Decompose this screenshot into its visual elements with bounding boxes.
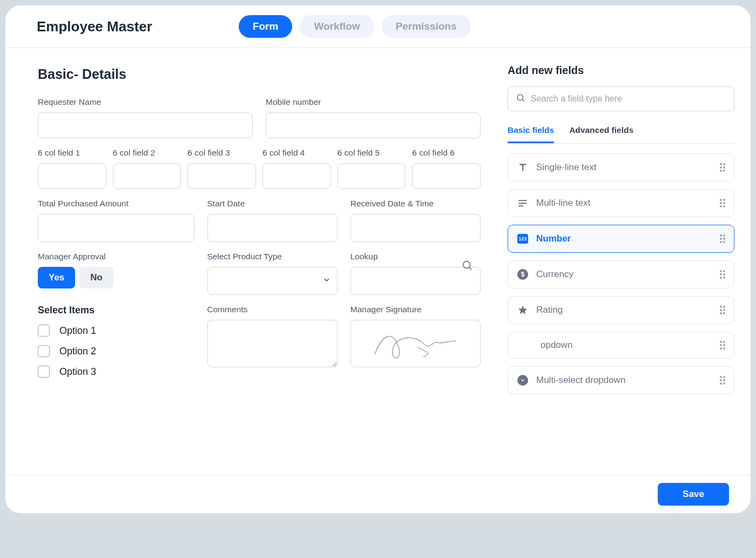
tab-workflow[interactable]: Workflow bbox=[300, 15, 374, 38]
field-type-label: Single-line text bbox=[536, 162, 712, 173]
signature-scribble-icon bbox=[369, 325, 461, 362]
field-type-currency[interactable]: $ Currency bbox=[508, 260, 734, 288]
drag-handle-icon bbox=[720, 199, 725, 207]
star-icon bbox=[517, 304, 529, 316]
label-mobile: Mobile number bbox=[266, 97, 481, 107]
checkbox-option-1[interactable] bbox=[38, 325, 50, 337]
field-type-number[interactable]: 123 Number bbox=[508, 225, 734, 253]
svg-rect-4 bbox=[519, 200, 527, 201]
search-icon bbox=[516, 93, 525, 105]
field-type-list: Single-line text Multi-line text 123 Num… bbox=[508, 153, 734, 394]
tab-permissions[interactable]: Permissions bbox=[382, 15, 471, 38]
label-6col-2: 6 col field 2 bbox=[113, 148, 181, 158]
input-start-date[interactable] bbox=[207, 214, 338, 242]
label-received-dt: Received Date & Time bbox=[350, 199, 481, 209]
drag-handle-icon bbox=[720, 306, 725, 314]
input-6col-4[interactable] bbox=[262, 163, 331, 189]
label-6col-1: 6 col field 1 bbox=[38, 148, 106, 158]
tab-form[interactable]: Form bbox=[239, 15, 293, 38]
checkbox-option-3[interactable] bbox=[38, 366, 50, 378]
input-6col-5[interactable] bbox=[338, 163, 406, 189]
option-3-label: Option 3 bbox=[59, 366, 96, 378]
currency-icon: $ bbox=[517, 268, 529, 280]
toggle-no[interactable]: No bbox=[79, 267, 113, 288]
label-product-type: Select Product Type bbox=[207, 252, 338, 261]
page-title: Employee Master bbox=[37, 18, 152, 35]
field-type-label: Multi-line text bbox=[536, 198, 712, 209]
chevron-circle-icon bbox=[517, 374, 529, 386]
search-icon bbox=[461, 259, 473, 273]
input-mobile[interactable] bbox=[266, 112, 481, 138]
option-1-label: Option 1 bbox=[59, 325, 96, 337]
field-type-multi-line[interactable]: Multi-line text bbox=[508, 189, 734, 217]
palette-tabs: Basic fields Advanced fields bbox=[508, 121, 734, 144]
drag-handle-icon bbox=[720, 234, 725, 243]
signature-pad[interactable] bbox=[350, 320, 481, 367]
textarea-comments[interactable] bbox=[207, 320, 338, 367]
main-tabs: Form Workflow Permissions bbox=[239, 15, 471, 38]
label-6col-5: 6 col field 5 bbox=[338, 148, 406, 158]
field-type-label: opdown bbox=[541, 340, 712, 351]
drag-handle-icon bbox=[720, 163, 725, 172]
checkbox-option-2[interactable] bbox=[38, 345, 50, 357]
svg-rect-6 bbox=[519, 205, 523, 206]
number-icon: 123 bbox=[517, 233, 529, 245]
topbar: Employee Master Form Workflow Permission… bbox=[5, 5, 751, 48]
label-requester-name: Requester Name bbox=[38, 97, 253, 107]
input-total-purchased[interactable] bbox=[38, 214, 194, 242]
label-6col-3: 6 col field 3 bbox=[187, 148, 256, 158]
label-comments: Comments bbox=[207, 305, 338, 314]
input-received-dt[interactable] bbox=[350, 214, 481, 242]
content: Basic- Details Requester Name Mobile num… bbox=[5, 48, 751, 475]
section-title: Basic- Details bbox=[38, 66, 481, 82]
option-2-label: Option 2 bbox=[59, 346, 96, 357]
save-button[interactable]: Save bbox=[658, 483, 729, 506]
palette-title: Add new fields bbox=[508, 64, 734, 77]
app-window: Employee Master Form Workflow Permission… bbox=[5, 5, 751, 513]
field-type-dropdown-partial[interactable]: opdown bbox=[508, 332, 734, 359]
field-type-rating[interactable]: Rating bbox=[508, 296, 734, 324]
input-6col-1[interactable] bbox=[38, 163, 106, 189]
svg-point-2 bbox=[517, 95, 523, 100]
select-items-title: Select Items bbox=[38, 305, 194, 316]
svg-marker-7 bbox=[518, 306, 528, 314]
toggle-yes[interactable]: Yes bbox=[38, 267, 75, 288]
svg-line-1 bbox=[469, 267, 471, 270]
label-total-purchased: Total Purchased Amount bbox=[38, 199, 194, 209]
drag-handle-icon bbox=[720, 341, 725, 349]
tab-basic-fields[interactable]: Basic fields bbox=[508, 121, 554, 143]
svg-point-0 bbox=[463, 261, 470, 268]
field-palette: Add new fields Basic fields Advanced fie… bbox=[502, 48, 751, 475]
label-6col-4: 6 col field 4 bbox=[262, 148, 331, 158]
field-search[interactable] bbox=[508, 86, 734, 111]
drag-handle-icon bbox=[720, 376, 725, 385]
field-search-input[interactable] bbox=[531, 94, 726, 104]
field-type-single-line[interactable]: Single-line text bbox=[508, 153, 734, 181]
tab-advanced-fields[interactable]: Advanced fields bbox=[569, 121, 633, 143]
input-6col-2[interactable] bbox=[113, 163, 181, 189]
input-6col-3[interactable] bbox=[187, 163, 256, 189]
input-requester-name[interactable] bbox=[38, 112, 253, 138]
select-product-type[interactable] bbox=[207, 267, 338, 295]
footer: Save bbox=[5, 475, 751, 513]
svg-rect-5 bbox=[519, 203, 527, 204]
label-6col-6: 6 col field 6 bbox=[412, 148, 481, 158]
label-start-date: Start Date bbox=[207, 199, 338, 209]
form-canvas: Basic- Details Requester Name Mobile num… bbox=[5, 48, 502, 475]
label-signature: Manager Signature bbox=[350, 305, 481, 314]
svg-line-3 bbox=[522, 99, 524, 101]
text-icon bbox=[517, 162, 529, 173]
label-manager-approval: Manager Approval bbox=[38, 252, 194, 261]
drag-handle-icon bbox=[720, 270, 725, 279]
field-type-label: Currency bbox=[536, 269, 712, 280]
multiline-icon bbox=[517, 197, 529, 209]
field-type-label: Rating bbox=[536, 305, 712, 315]
field-type-label: Number bbox=[536, 233, 712, 244]
six-col-row: 6 col field 1 6 col field 2 6 col field … bbox=[38, 148, 481, 189]
field-type-multiselect-dropdown[interactable]: Multi-select dropdown bbox=[508, 366, 734, 394]
field-type-label: Multi-select dropdown bbox=[536, 375, 712, 386]
input-6col-6[interactable] bbox=[412, 163, 481, 189]
